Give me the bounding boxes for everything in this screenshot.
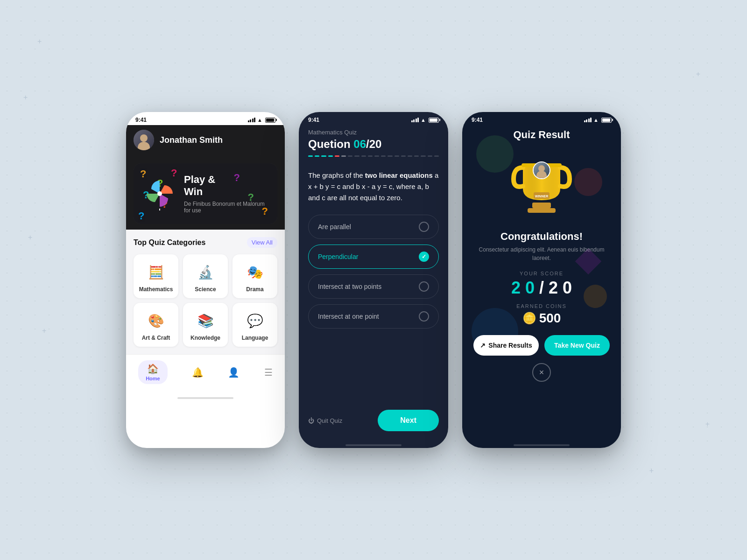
answer-one-point[interactable]: Intersect at one point bbox=[308, 304, 439, 329]
trophy-avatar-person bbox=[536, 164, 548, 178]
deco-plus-1: + bbox=[37, 37, 42, 46]
status-icons-result: ▲ bbox=[584, 117, 612, 123]
nav-home[interactable]: 🏠 Home bbox=[138, 360, 168, 384]
share-label: Share Results bbox=[488, 342, 532, 349]
banner-card[interactable]: ? ? ? ? ? ? ? ? ? bbox=[134, 163, 277, 224]
language-icon: 💬 bbox=[245, 310, 265, 331]
phone-result: 9:41 ▲ Quiz Result bbox=[462, 112, 621, 448]
categories-grid: 🧮 Mathematics 🔬 Science 🎭 Drama 🎨 Art & … bbox=[134, 254, 277, 347]
signal-bars-quiz bbox=[411, 118, 419, 122]
nav-notifications[interactable]: 🔔 bbox=[192, 367, 204, 378]
signal-bars bbox=[248, 118, 256, 122]
home-indicator-bar bbox=[177, 397, 233, 399]
prog-7 bbox=[348, 155, 352, 157]
wifi-icon-quiz: ▲ bbox=[421, 117, 426, 123]
status-icons-home: ▲ bbox=[248, 117, 275, 123]
phone-home: 9:41 ▲ Jonathan Smith bbox=[126, 112, 285, 448]
prog-20 bbox=[434, 155, 439, 157]
radio-perp bbox=[419, 252, 429, 262]
result-content: WINNER bbox=[462, 143, 621, 441]
language-label: Language bbox=[242, 335, 268, 341]
close-button[interactable]: × bbox=[532, 363, 551, 382]
category-card-knowledge[interactable]: 📚 Knowledge bbox=[183, 303, 228, 347]
quiz-question-text: The graphs of the two linear equations a… bbox=[308, 170, 439, 203]
nav-home-label: Home bbox=[146, 376, 160, 381]
category-card-art[interactable]: 🎨 Art & Craft bbox=[134, 303, 178, 347]
art-icon: 🎨 bbox=[146, 310, 166, 331]
avatar-person bbox=[137, 133, 151, 150]
nav-profile[interactable]: 👤 bbox=[228, 367, 240, 378]
trophy-container: WINNER bbox=[507, 151, 577, 223]
banner-section[interactable]: ? ? ? ? ? ? ? ? ? bbox=[126, 158, 285, 230]
deco-plus-7: + bbox=[705, 420, 710, 428]
answer-are-parallel[interactable]: Are parallel bbox=[308, 215, 439, 239]
quiz-category: Mathematics Quiz bbox=[308, 129, 439, 136]
answer-two-points[interactable]: Intersect at two points bbox=[308, 274, 439, 299]
avatar-image bbox=[134, 130, 154, 150]
deco-plus-8: + bbox=[649, 467, 654, 475]
category-card-math[interactable]: 🧮 Mathematics bbox=[134, 254, 178, 298]
categories-header: Top Quiz Categories View All bbox=[134, 237, 277, 248]
categories-section: Top Quiz Categories View All 🧮 Mathemati… bbox=[126, 230, 285, 354]
wifi-icon-result: ▲ bbox=[593, 117, 599, 123]
prog-6 bbox=[341, 155, 346, 157]
svg-text:WINNER: WINNER bbox=[535, 195, 548, 198]
prog-1 bbox=[308, 155, 313, 157]
answer-one-point-text: Intersect at one point bbox=[318, 313, 379, 320]
quiz-num-highlight: 06 bbox=[353, 138, 366, 150]
category-card-drama[interactable]: 🎭 Drama bbox=[233, 254, 277, 298]
coins-number: 500 bbox=[539, 311, 561, 326]
math-icon: 🧮 bbox=[146, 262, 166, 282]
view-all-button[interactable]: View All bbox=[247, 237, 277, 248]
nav-menu[interactable]: ☰ bbox=[264, 367, 273, 378]
score-divider: / bbox=[539, 278, 549, 297]
prog-11 bbox=[374, 155, 379, 157]
radio-one-point bbox=[419, 311, 429, 322]
deco-plus-3: + bbox=[28, 233, 32, 242]
coin-icon: 🪙 bbox=[522, 312, 536, 325]
drama-label: Drama bbox=[246, 286, 263, 293]
status-bar-quiz: 9:41 ▲ bbox=[299, 112, 448, 125]
user-avatar bbox=[134, 130, 154, 150]
category-card-language[interactable]: 💬 Language bbox=[233, 303, 277, 347]
score-total: 2 0 bbox=[549, 278, 572, 297]
category-card-science[interactable]: 🔬 Science bbox=[183, 254, 228, 298]
prog-4 bbox=[328, 155, 333, 157]
coins-value: 🪙 500 bbox=[516, 311, 567, 326]
next-button[interactable]: Next bbox=[378, 410, 439, 431]
status-time-result: 9:41 bbox=[472, 117, 483, 123]
battery-icon-result bbox=[601, 118, 612, 123]
prog-2 bbox=[315, 155, 319, 157]
prog-9 bbox=[361, 155, 366, 157]
answer-perpendicular[interactable]: Perpendicular bbox=[308, 245, 439, 269]
congrats-title: Congratulations! bbox=[500, 231, 583, 243]
svg-point-0 bbox=[157, 191, 162, 196]
share-results-button[interactable]: ↗ Share Results bbox=[473, 335, 539, 356]
status-bar-home: 9:41 ▲ bbox=[126, 112, 285, 125]
prog-12 bbox=[381, 155, 386, 157]
math-label: Mathematics bbox=[139, 286, 173, 293]
status-bar-result: 9:41 ▲ bbox=[462, 112, 621, 125]
quit-button[interactable]: ⏻ Quit Quiz bbox=[308, 417, 342, 424]
coins-label: EARNED COINS bbox=[516, 303, 567, 309]
home-indicator-quiz bbox=[299, 441, 448, 448]
user-header: Jonathan Smith bbox=[126, 125, 285, 158]
prog-18 bbox=[421, 155, 425, 157]
answer-two-points-text: Intersect at two points bbox=[318, 283, 381, 290]
phone-quiz: 9:41 ▲ Mathematics Quiz Quetion 06/20 bbox=[299, 112, 448, 448]
result-buttons: ↗ Share Results Take New Quiz bbox=[473, 335, 610, 356]
take-new-quiz-button[interactable]: Take New Quiz bbox=[544, 335, 610, 356]
prog-8 bbox=[354, 155, 359, 157]
prog-13 bbox=[388, 155, 392, 157]
power-icon: ⏻ bbox=[308, 417, 314, 424]
status-time-home: 9:41 bbox=[135, 117, 147, 123]
score-section: YOUR SCORE 2 0 / 2 0 bbox=[511, 271, 572, 298]
knowledge-label: Knowledge bbox=[190, 335, 220, 341]
quiz-header: Mathematics Quiz Quetion 06/20 bbox=[299, 125, 448, 162]
congrats-desc: Consectetur adipiscing elit. Aenean euis… bbox=[473, 245, 610, 262]
quit-label: Quit Quiz bbox=[317, 417, 342, 424]
status-icons-quiz: ▲ bbox=[411, 117, 439, 123]
prog-3 bbox=[321, 155, 326, 157]
quiz-footer: ⏻ Quit Quiz Next bbox=[299, 402, 448, 441]
prog-19 bbox=[428, 155, 432, 157]
